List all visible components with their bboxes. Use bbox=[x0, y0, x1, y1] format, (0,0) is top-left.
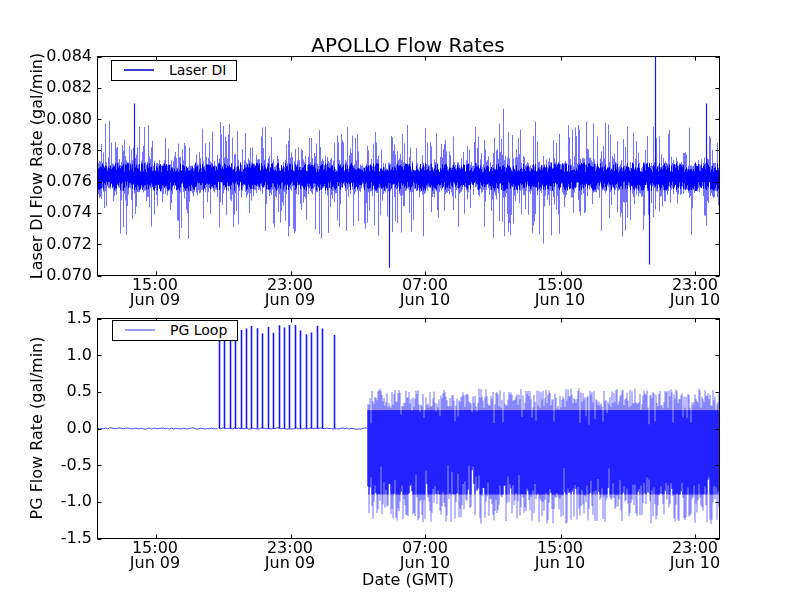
figure: APOLLO Flow Rates Laser DI Flow Rate (ga… bbox=[0, 0, 800, 600]
top-xtick-label: 23:00 Jun 10 bbox=[650, 277, 740, 307]
xtick-date: Jun 10 bbox=[515, 292, 605, 307]
top-ytick-label: 0.080 bbox=[46, 111, 92, 127]
top-ytick-label: 0.078 bbox=[46, 142, 92, 158]
legend-laser-di: Laser DI bbox=[111, 60, 237, 81]
top-xtick-label: 15:00 Jun 09 bbox=[110, 277, 200, 307]
xtick-date: Jun 09 bbox=[110, 292, 200, 307]
xtick-date: Jun 10 bbox=[380, 292, 470, 307]
top-xtick-label: 15:00 Jun 10 bbox=[515, 277, 605, 307]
bottom-xtick-label: 07:00 Jun 10 bbox=[380, 540, 470, 570]
legend-label: Laser DI bbox=[169, 63, 226, 77]
pg-loop-line-sample bbox=[125, 329, 155, 331]
bottom-xtick-label: 23:00 Jun 10 bbox=[650, 540, 740, 570]
bottom-y-axis-label: PG Flow Rate (gal/min) bbox=[27, 337, 46, 520]
top-xtick-label: 23:00 Jun 09 bbox=[245, 277, 335, 307]
top-xtick-label: 07:00 Jun 10 bbox=[380, 277, 470, 307]
bottom-ytick-label: -1.5 bbox=[61, 530, 92, 546]
top-ytick-label: 0.084 bbox=[46, 48, 92, 64]
bottom-ytick-label: 0.5 bbox=[67, 383, 92, 399]
bottom-ytick-label: -1.0 bbox=[61, 493, 92, 509]
xtick-date: Jun 10 bbox=[515, 555, 605, 570]
xtick-date: Jun 09 bbox=[245, 292, 335, 307]
xtick-date: Jun 09 bbox=[110, 555, 200, 570]
top-ytick-label: 0.082 bbox=[46, 79, 92, 95]
xtick-date: Jun 10 bbox=[650, 555, 740, 570]
xtick-date: Jun 09 bbox=[245, 555, 335, 570]
xtick-date: Jun 10 bbox=[650, 292, 740, 307]
legend-label: PG Loop bbox=[170, 323, 227, 337]
xtick-date: Jun 10 bbox=[380, 555, 470, 570]
legend-pg-loop: PG Loop bbox=[112, 320, 238, 341]
bottom-ytick-label: 0.0 bbox=[67, 420, 92, 436]
bottom-ytick-label: -0.5 bbox=[61, 457, 92, 473]
top-ytick-label: 0.076 bbox=[46, 173, 92, 189]
top-y-axis-label: Laser DI Flow Rate (gal/min) bbox=[27, 53, 46, 280]
top-ytick-label: 0.072 bbox=[46, 236, 92, 252]
bottom-xtick-label: 15:00 Jun 09 bbox=[110, 540, 200, 570]
bottom-ytick-label: 1.5 bbox=[67, 310, 92, 326]
bottom-xtick-label: 23:00 Jun 09 bbox=[245, 540, 335, 570]
laser-di-line-sample bbox=[124, 69, 154, 71]
bottom-xtick-label: 15:00 Jun 10 bbox=[515, 540, 605, 570]
top-ytick-label: 0.070 bbox=[46, 267, 92, 283]
x-axis-label: Date (GMT) bbox=[97, 570, 719, 589]
top-ytick-label: 0.074 bbox=[46, 204, 92, 220]
bottom-ytick-label: 1.0 bbox=[67, 347, 92, 363]
chart-title: APOLLO Flow Rates bbox=[97, 33, 719, 57]
